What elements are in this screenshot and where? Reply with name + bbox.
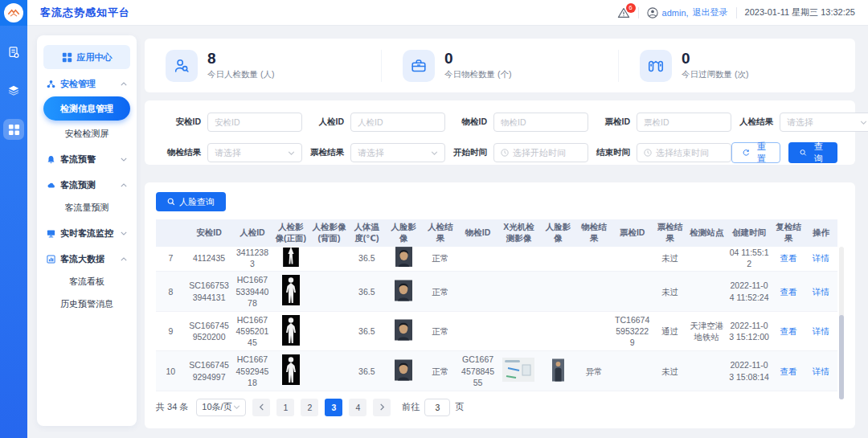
cell-item-id: [458, 272, 497, 312]
stat-gate-passes: 0 今日过闸数量 (次): [618, 50, 855, 82]
table-scrollbar[interactable]: [839, 247, 844, 399]
person-id-input[interactable]: [350, 113, 445, 132]
col-review: 复检结果: [772, 219, 805, 247]
sidebar-group-security-mgmt[interactable]: 安检管理: [43, 72, 130, 95]
page-button-4[interactable]: 4: [349, 399, 366, 416]
person-photo-image: [552, 358, 564, 382]
security-id-input[interactable]: [207, 113, 302, 132]
search-button[interactable]: 查询: [788, 142, 837, 163]
sidebar-item-flow-board[interactable]: 客流看板: [43, 270, 130, 293]
sidebar: 应用中心 安检管理 检测信息管理 安检检测屏 客流预警 客流预测 客流量预测: [37, 35, 137, 426]
cell-review: 查看: [772, 311, 805, 351]
item-id-input[interactable]: [493, 113, 588, 132]
face-search-button[interactable]: 人脸查询: [156, 192, 226, 211]
sidebar-group-bigdata[interactable]: 客流大数据: [43, 248, 130, 270]
col-item-id: 物检ID: [458, 219, 497, 247]
review-link[interactable]: 查看: [780, 326, 796, 336]
start-time-picker[interactable]: 选择开始时间: [493, 143, 588, 162]
item-result-select[interactable]: 请选择: [207, 143, 302, 162]
top-bar: 客流态势感知平台 6 admin, 退出登录 2023-01-11 星期三 13…: [27, 0, 868, 26]
cell-person-result: 正常: [422, 311, 458, 351]
cell-index: 7: [156, 247, 186, 272]
filter-item-result: 物检结果 请选择: [159, 143, 302, 162]
date-placeholder: 选择开始时间: [513, 147, 566, 159]
security-mgmt-icon: [47, 80, 55, 88]
cell-security-id: 4112435: [186, 247, 233, 272]
col-xray-image: X光机检测影像: [497, 219, 540, 247]
date-placeholder: 选择结束时间: [656, 147, 709, 159]
filter-panel: 安检ID 人检ID 物检ID 票检ID 人检结果 请选择: [145, 100, 855, 165]
prev-page-button[interactable]: [252, 399, 270, 416]
page-size-select[interactable]: 10条/页: [196, 399, 246, 416]
sidebar-item-flow-forecast[interactable]: 客流量预测: [43, 196, 130, 219]
next-page-button[interactable]: [373, 399, 391, 416]
field-label: 物检ID: [445, 117, 487, 128]
person-result-select[interactable]: 请选择: [780, 113, 868, 132]
stat-person-checks: 8 今日人检数量 (人): [145, 50, 381, 82]
search-label: 查询: [811, 141, 826, 165]
data-table: 安检ID 人检ID 人检影像(正面) 人检影像(背面) 人体温度(℃) 人脸影像…: [156, 219, 844, 391]
chevron-down-icon: [233, 405, 240, 409]
goto-label: 前往: [402, 401, 420, 413]
sidebar-app-center[interactable]: 应用中心: [43, 45, 130, 69]
ticket-result-select[interactable]: 请选择: [350, 143, 445, 162]
logout-link[interactable]: 退出登录: [693, 6, 728, 18]
sidebar-item-detect-info[interactable]: 检测信息管理: [43, 96, 130, 121]
rail-item-layers[interactable]: [0, 79, 27, 103]
field-label: 票检结果: [302, 147, 344, 158]
page-size-value: 10条/页: [202, 401, 231, 413]
rail-item-apps[interactable]: [0, 117, 27, 141]
cell-station: [687, 247, 727, 272]
app-logo[interactable]: [0, 0, 27, 26]
cell-person-id: HC1667459520145: [233, 311, 272, 351]
reset-button[interactable]: 重置: [731, 142, 780, 163]
stat-label: 今日人检数量 (人): [207, 69, 274, 80]
page-button-2[interactable]: 2: [301, 399, 318, 416]
detail-link[interactable]: 详情: [813, 366, 829, 376]
cell-security-id: SC1667533944131: [186, 272, 233, 312]
sidebar-group-realtime-monitor[interactable]: 实时客流监控: [43, 222, 130, 244]
page-button-3-active[interactable]: 3: [325, 399, 342, 416]
sidebar-group-flow-forecast[interactable]: 客流预测: [43, 174, 130, 196]
detail-link[interactable]: 详情: [813, 326, 829, 336]
divider: [638, 7, 639, 18]
rail-item-terminal[interactable]: [0, 40, 27, 64]
doc-gear-icon: [7, 46, 20, 59]
sidebar-item-security-screen[interactable]: 安检检测屏: [43, 122, 130, 145]
cell-created: 2022-11-03 15:08:14: [727, 351, 772, 391]
logo-circle-icon: [4, 3, 23, 23]
cell-action: 详情: [805, 247, 837, 272]
face-image: [395, 247, 412, 267]
cell-scan-back: [309, 351, 349, 391]
select-placeholder: 请选择: [215, 147, 284, 159]
cell-index: 9: [156, 311, 186, 351]
detail-link[interactable]: 详情: [813, 253, 829, 263]
chevron-up-icon: [121, 257, 127, 261]
goto-page-input[interactable]: [424, 399, 450, 416]
chevron-down-icon: [431, 151, 438, 155]
review-link[interactable]: 查看: [780, 287, 796, 297]
review-link[interactable]: 查看: [780, 366, 796, 376]
briefcase-icon: [403, 50, 435, 82]
alarm-button[interactable]: 6: [617, 7, 630, 18]
col-created: 创建时间: [727, 219, 772, 247]
field-label: 开始时间: [445, 147, 487, 158]
field-label: 人检ID: [302, 117, 344, 128]
stat-label: 今日物检数量 (个): [444, 69, 511, 80]
cell-created: 2022-11-03 15:12:00: [727, 311, 772, 351]
stat-item-checks: 0 今日物检数量 (个): [381, 50, 618, 82]
page-button-1[interactable]: 1: [276, 399, 294, 416]
scrollbar-thumb[interactable]: [839, 315, 844, 399]
review-link[interactable]: 查看: [780, 253, 796, 263]
detail-link[interactable]: 详情: [813, 287, 829, 297]
ticket-id-input[interactable]: [637, 113, 731, 132]
cell-item-result: [576, 247, 612, 272]
flow-alert-icon: [47, 155, 55, 164]
cell-xray: [497, 247, 540, 272]
sidebar-group-flow-alert[interactable]: 客流预警: [43, 148, 130, 170]
sidebar-item-history-alerts[interactable]: 历史预警消息: [43, 293, 130, 315]
cell-face-image-2: [540, 247, 576, 272]
end-time-picker[interactable]: 选择结束时间: [637, 143, 731, 162]
face-image: [395, 280, 412, 301]
cell-station: [687, 272, 727, 312]
